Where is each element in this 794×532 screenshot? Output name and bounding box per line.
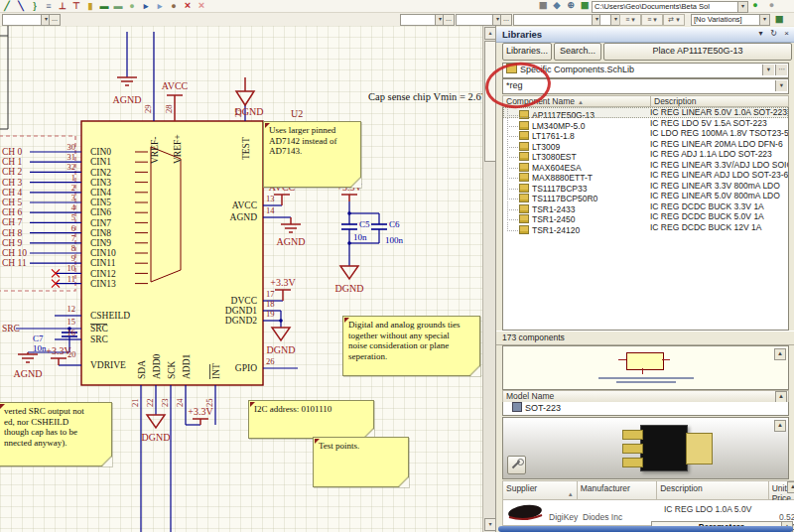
note-pin-variant[interactable]: Uses larger pinned AD7142 instead of AD7… <box>263 121 361 188</box>
place-part-tool-icon[interactable]: ▮ <box>83 1 97 12</box>
format-combobox-3[interactable]: ▾ <box>456 14 503 26</box>
component-row[interactable]: TSR1-2433IC REG DCDC BUCK 3.3V 1A <box>503 201 788 212</box>
close-icon[interactable]: × <box>780 28 793 40</box>
browse-button-3[interactable]: ... <box>500 14 512 26</box>
scroll-up-icon[interactable]: ▲ <box>774 420 786 432</box>
component-row[interactable]: AP1117E50G-13IC REG LINEAR 5.0V 1.0A SOT… <box>503 107 788 118</box>
harness-entry-tool-icon[interactable]: ▸ <box>153 1 167 12</box>
sheet-symbol-tool-icon[interactable]: ▬ <box>97 1 111 12</box>
project-path-combobox[interactable]: C:\Users\Geo\Documents\Beta Sol ▾ <box>592 1 748 13</box>
format-combobox-2[interactable]: ▾ <box>400 14 446 26</box>
supplier-name: DigiKey <box>549 512 578 522</box>
bus-tool-icon[interactable]: ╲ <box>14 1 28 12</box>
place-component-button[interactable]: Place AP1117E50G-13 <box>603 43 792 61</box>
preview-symbol-body <box>626 352 664 370</box>
component-row[interactable]: LT1761-1.8IC LDO REG 100MA 1.8V TSOT23-5 <box>503 128 788 139</box>
note-grounds[interactable]: Digital and analog grounds ties together… <box>342 316 480 376</box>
component-row[interactable]: TS1117BCP50R0IC REG LINEAR 5.0V 800mA LD… <box>503 191 788 201</box>
no-erc-tool-icon[interactable]: × <box>181 0 195 11</box>
pin-name: AGND <box>230 212 258 222</box>
format-combobox-1[interactable]: ▾ <box>2 14 52 26</box>
pin-number: 16 <box>67 328 76 337</box>
agnd-ground-symbol-c7[interactable] <box>18 352 38 362</box>
harness-connector-tool-icon[interactable]: ● <box>125 1 139 12</box>
dgnd-ground-symbol-right[interactable] <box>272 328 290 340</box>
format-combobox-4[interactable]: ▾ <box>513 14 602 26</box>
signal-harness-tool-icon[interactable]: } <box>28 1 42 12</box>
search-button[interactable]: Search... <box>554 43 601 61</box>
refresh-icon[interactable]: ↻ <box>767 28 780 40</box>
component-row[interactable]: LM340MP-5.0IC REG LDO 5V 1.5A SOT-223 <box>503 118 788 129</box>
vcc-power-port-tool-icon[interactable]: ⊤ <box>69 1 83 12</box>
voltage-annotation[interactable]: Cap sense chip Vmin = 2.6V <box>368 91 482 102</box>
schematic-canvas[interactable]: 30CIN0CH 031CIN1CH 132CIN2CH 21CIN3CH 32… <box>0 26 482 532</box>
v33-power-port-vdrive[interactable] <box>51 358 66 365</box>
variations-combobox[interactable]: [No Variations] ▾ <box>691 14 770 26</box>
component-row[interactable]: MAX604ESAIC REG LINEAR 3.3V/ADJ LDO SOIC… <box>503 160 788 171</box>
mask-icon[interactable]: ⊕ <box>564 0 578 11</box>
column-header-manufacturer[interactable]: Manufacturer <box>578 480 657 500</box>
format-combobox-5[interactable]: ▾ <box>599 14 621 26</box>
browse-button-1[interactable]: ... <box>49 14 61 26</box>
more-options-icon[interactable]: ⋯ <box>775 65 787 75</box>
chip-mux-polygon <box>151 147 181 282</box>
chip-designator[interactable]: U2 <box>291 108 303 119</box>
component-row[interactable]: LT3009IC REG LINEAR 20MA LDO DFN-6 <box>503 139 788 150</box>
spacing-menu-button[interactable]: ⇄ ▾ <box>663 14 685 26</box>
variant-manager-icon[interactable]: ▦ <box>772 14 786 25</box>
v33-power-port-add1[interactable] <box>193 419 208 425</box>
power-port-tool-icon[interactable]: ⊥ <box>56 1 69 12</box>
dgnd-label-caps: DGND <box>335 283 364 294</box>
pin-text: CIN11 <box>90 258 116 268</box>
pin-name: SDA <box>137 360 147 379</box>
dgnd-ground-symbol-add0[interactable] <box>147 415 165 428</box>
symbol-preview[interactable]: ▲ <box>502 345 789 390</box>
footprint-preview[interactable]: ▲ <box>502 417 789 479</box>
src-net-label[interactable]: SRC <box>2 324 20 333</box>
chevron-down-icon[interactable]: ▾ <box>737 2 747 12</box>
v33-power-port-dvcc[interactable] <box>275 290 291 301</box>
snippets-icon[interactable]: ▦ <box>536 0 550 11</box>
dgnd-ground-symbol-top[interactable] <box>236 77 254 105</box>
chevron-down-icon[interactable]: ▾ <box>775 80 787 91</box>
chevron-down-icon[interactable]: ▾ <box>762 65 774 75</box>
column-header-description[interactable]: Description <box>651 95 789 107</box>
device-sheet-tool-icon[interactable]: ▬ <box>111 1 125 12</box>
column-header-desc[interactable]: Description <box>657 480 768 500</box>
avcc-power-port-right[interactable] <box>274 195 290 205</box>
note-test-points[interactable]: Test points. <box>313 437 409 487</box>
component-row[interactable]: MAX8880ETT-TIC REG LINEAR ADJ LDO SOT-23… <box>503 170 788 181</box>
preview-settings-button[interactable] <box>507 456 526 474</box>
align-menu-button[interactable]: ≡ ▾ <box>619 14 641 26</box>
agnd-ground-symbol-right[interactable] <box>281 217 301 232</box>
wire-tool-icon[interactable]: ╱ <box>0 1 14 12</box>
note-src-output[interactable]: verted SRC output not ed, nor CSHEILD th… <box>0 402 112 466</box>
pause-icon[interactable]: ● <box>765 0 779 11</box>
panel-menu-icon[interactable]: ▾ <box>754 28 767 40</box>
component-row[interactable]: LT3080ESTIC REG ADJ 1.1A LDO SOT-223 <box>503 149 788 160</box>
chevron-down-icon[interactable]: ▾ <box>759 15 769 25</box>
pin-number: 14 <box>266 205 275 215</box>
cross-probe-icon[interactable]: ◆ <box>550 0 564 11</box>
net-label-tool-icon[interactable]: ≡ <box>42 1 56 12</box>
grid-setup-icon[interactable]: ▦ <box>578 0 592 11</box>
note-i2c-address[interactable]: I2C address: 0101110 <box>248 400 374 439</box>
component-description: IC REG DCDC BUCK 5.0V 1A <box>650 211 764 222</box>
cap-value: 10n <box>353 232 367 242</box>
column-header-supplier[interactable]: Supplier▲ <box>502 480 578 500</box>
model-list-item[interactable]: SOT-223 <box>502 402 789 416</box>
agnd-ground-symbol-top[interactable] <box>117 77 137 85</box>
component-list[interactable]: AP1117E50G-13IC REG LINEAR 5.0V 1.0A SOT… <box>502 107 789 331</box>
directive-tool-icon[interactable]: ● <box>167 1 181 12</box>
no-erc-specific-tool-icon[interactable]: × <box>195 0 208 11</box>
scroll-up-icon[interactable]: ▲ <box>774 348 786 360</box>
distribute-menu-button[interactable]: ≡ ▾ <box>641 14 663 26</box>
component-row[interactable]: TSR1-24120IC REG DCDC BUCK 12V 1A <box>503 222 788 233</box>
component-row[interactable]: TS1117BCP33IC REG LINEAR 3.3V 800mA LDO <box>503 181 788 192</box>
component-row[interactable]: TSR1-2450IC REG DCDC BUCK 5.0V 1A <box>503 211 788 222</box>
scroll-up-icon[interactable]: ▲ <box>787 481 794 493</box>
cap-value: 10n <box>33 343 47 353</box>
browse-button-2[interactable]: ... <box>443 14 455 26</box>
sheet-entry-tool-icon[interactable]: ▸ <box>139 1 153 12</box>
libraries-button[interactable]: Libraries... <box>502 43 552 61</box>
